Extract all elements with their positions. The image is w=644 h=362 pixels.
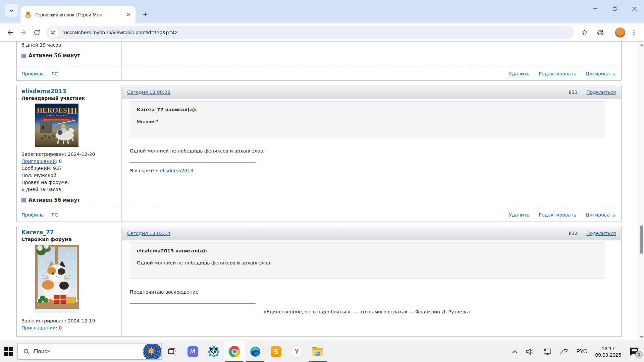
scroll-down-button[interactable] bbox=[639, 335, 644, 340]
windows-taskbar: Поиск /A bbox=[0, 341, 644, 362]
share-link[interactable]: Поделиться bbox=[586, 231, 616, 236]
post-author-link[interactable]: Karera_77 bbox=[21, 229, 54, 236]
start-button[interactable] bbox=[0, 341, 17, 362]
post-footer-right: Удалить Редактировать Цитировать bbox=[122, 67, 621, 80]
browser-tab[interactable]: Геройский уголок | Герои Меч bbox=[20, 6, 136, 23]
windows-ink-pen-icon[interactable] bbox=[559, 348, 568, 355]
star-icon bbox=[581, 29, 588, 36]
tab-close-button[interactable] bbox=[125, 12, 131, 18]
post-date-link[interactable]: Сегодня 13:00:29 bbox=[127, 89, 170, 95]
toolbar-right-controls bbox=[578, 26, 641, 39]
window-controls bbox=[586, 0, 644, 17]
app-yandex-button[interactable]: Y bbox=[286, 341, 307, 362]
delete-link[interactable]: Удалить bbox=[509, 212, 529, 218]
user-rank: Легендарный участник bbox=[21, 96, 117, 101]
task-view-icon bbox=[167, 347, 177, 357]
post-userinfo-column: 6 дней 19 часов Активен 56 минут bbox=[17, 42, 122, 67]
scratch-cat-favicon-icon bbox=[24, 11, 32, 18]
action-center-button[interactable]: 1 bbox=[629, 347, 639, 356]
hidden-icons-chevron-icon[interactable] bbox=[512, 350, 518, 354]
profile-avatar[interactable] bbox=[615, 27, 625, 38]
post-text: Одной молнией не победишь фениксов и арх… bbox=[130, 148, 604, 154]
user-invites: Приглашений: 0 bbox=[21, 324, 117, 331]
online-indicator-icon bbox=[21, 54, 26, 58]
user-gender: Пол: Мужской bbox=[21, 172, 117, 179]
page-content: 6 дней 19 часов Активен 56 минут Профиль… bbox=[0, 42, 644, 341]
app-panda-button[interactable] bbox=[203, 341, 224, 362]
post-author-link[interactable]: elisdema2013 bbox=[21, 88, 66, 95]
task-view-button[interactable] bbox=[162, 341, 182, 362]
post-number: 832 bbox=[569, 231, 578, 236]
pm-link[interactable]: ЛС bbox=[51, 212, 58, 218]
quote-link[interactable]: Цитировать bbox=[586, 212, 615, 218]
quote-text: Молния? bbox=[137, 119, 597, 124]
page-scrollbar[interactable] bbox=[638, 42, 644, 341]
site-info-button[interactable] bbox=[48, 27, 58, 38]
minimize-button[interactable] bbox=[586, 0, 605, 17]
user-registered: Зарегистрирован: 2024-12-19 bbox=[21, 317, 117, 324]
scroll-up-button[interactable] bbox=[639, 42, 644, 48]
post-footer: Профиль ЛС Удалить Редактировать Цитиров… bbox=[17, 208, 621, 222]
forward-arrow-icon bbox=[20, 29, 27, 36]
tune-icon bbox=[51, 30, 56, 35]
online-status-text: Активен 56 минут bbox=[29, 197, 80, 203]
minimize-icon bbox=[593, 6, 598, 11]
network-icon[interactable] bbox=[543, 348, 551, 355]
bookmark-button[interactable] bbox=[578, 26, 591, 39]
signature-prefix: Я в скретче bbox=[130, 168, 160, 173]
clock[interactable]: 13:17 09.03.2025 bbox=[595, 345, 621, 358]
yandex-browser-icon: Y bbox=[291, 346, 303, 357]
online-status: Активен 56 минут bbox=[21, 197, 117, 203]
menu-button[interactable] bbox=[627, 26, 641, 39]
notification-badge: 1 bbox=[635, 351, 643, 358]
signature-divider bbox=[130, 303, 256, 304]
taskbar-search-input[interactable]: Поиск bbox=[17, 344, 162, 360]
edit-link[interactable]: Редактировать bbox=[539, 71, 576, 76]
search-placeholder: Поиск bbox=[34, 348, 50, 355]
close-window-button[interactable] bbox=[625, 0, 644, 17]
share-link[interactable]: Поделиться bbox=[586, 89, 616, 95]
close-icon bbox=[126, 12, 131, 17]
delete-link[interactable]: Удалить bbox=[509, 71, 529, 76]
invites-link[interactable]: Приглашений bbox=[21, 325, 56, 330]
extensions-button[interactable] bbox=[593, 26, 607, 39]
address-bar[interactable]: ruscratchers.mybb.ru/viewtopic.php?id=11… bbox=[46, 26, 574, 39]
pm-link[interactable]: ЛС bbox=[51, 71, 58, 76]
app-scratch-button[interactable]: S bbox=[266, 341, 286, 362]
app-chrome-button[interactable] bbox=[224, 341, 245, 362]
signature-link[interactable]: elisdema2013 bbox=[160, 168, 193, 173]
url-text: ruscratchers.mybb.ru/viewtopic.php?id=11… bbox=[62, 29, 178, 36]
forward-button[interactable] bbox=[17, 26, 30, 39]
reload-button[interactable] bbox=[30, 26, 44, 39]
post-body-column: Сегодня 13:02:14 832 Поделиться elisdema… bbox=[122, 226, 621, 336]
post-userinfo-column: Karera_77 Старожил форума bbox=[17, 226, 122, 336]
tab-title: Геройский уголок | Герои Меч bbox=[35, 12, 119, 17]
app-maxa-button[interactable]: /A bbox=[182, 341, 203, 362]
svg-text:HEROES: HEROES bbox=[37, 106, 67, 114]
new-tab-button[interactable] bbox=[140, 9, 151, 20]
scroll-down-icon bbox=[640, 336, 643, 338]
kebab-menu-icon bbox=[631, 29, 637, 36]
post-header: Сегодня 13:00:29 831 Поделиться bbox=[122, 85, 621, 99]
edit-link[interactable]: Редактировать bbox=[539, 212, 576, 218]
time-on-forum-value: 6 дней 19 часов bbox=[21, 42, 117, 49]
language-indicator[interactable]: РУС bbox=[576, 349, 587, 355]
tab-search-button[interactable] bbox=[5, 4, 18, 17]
app-explorer-button[interactable] bbox=[307, 341, 328, 362]
chevron-down-icon bbox=[9, 8, 14, 13]
back-button[interactable] bbox=[3, 26, 17, 39]
scrollbar-thumb[interactable] bbox=[640, 225, 643, 254]
quote-link[interactable]: Цитировать bbox=[586, 71, 615, 76]
profile-link[interactable]: Профиль bbox=[21, 71, 44, 76]
forum-post-partial: 6 дней 19 часов Активен 56 минут Профиль… bbox=[16, 42, 622, 81]
online-status-text: Активен 56 минут bbox=[29, 53, 80, 59]
post-footer: Профиль ЛС Удалить Редактировать Цитиров… bbox=[17, 67, 621, 80]
volume-icon[interactable] bbox=[526, 348, 535, 355]
profile-link[interactable]: Профиль bbox=[21, 212, 44, 218]
invites-link[interactable]: Приглашений bbox=[21, 159, 56, 164]
browser-tab-strip: Геройский уголок | Герои Меч bbox=[0, 0, 644, 23]
restore-button[interactable] bbox=[605, 0, 625, 17]
post-number: 831 bbox=[569, 89, 578, 95]
post-date-link[interactable]: Сегодня 13:02:14 bbox=[127, 231, 170, 236]
app-edge-button[interactable] bbox=[245, 341, 266, 362]
